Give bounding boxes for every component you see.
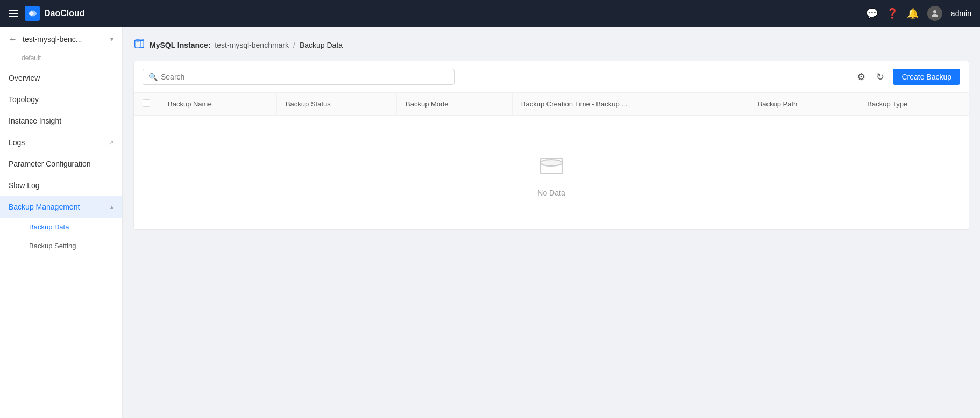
refresh-icon[interactable]: ↻ — [874, 69, 886, 85]
column-header-backup-mode: Backup Mode — [397, 93, 513, 116]
sidebar-item-label: Topology — [9, 95, 39, 104]
svg-point-4 — [541, 160, 562, 166]
chevron-up-icon: ▴ — [110, 203, 113, 211]
chevron-down-icon: ▾ — [110, 35, 113, 43]
search-input[interactable] — [161, 73, 449, 81]
backup-data-card: 🔍 ⚙ ↻ Create Backup Backup Nam — [133, 61, 969, 230]
search-box[interactable]: 🔍 — [143, 69, 455, 85]
sidebar: ← test-mysql-benc... ▾ default Overview … — [0, 27, 123, 418]
sidebar-item-label: Backup Management — [9, 203, 80, 211]
notification-icon[interactable]: 🔔 — [907, 8, 919, 19]
no-data-icon — [534, 148, 569, 182]
mysql-instance-icon — [133, 38, 145, 52]
sidebar-sub-item-backup-setting[interactable]: Backup Setting — [0, 236, 122, 255]
admin-label[interactable]: admin — [951, 9, 971, 18]
sidebar-item-topology[interactable]: Topology — [0, 89, 122, 110]
back-icon[interactable]: ← — [9, 34, 17, 44]
table-header-checkbox — [134, 93, 159, 116]
column-header-backup-status: Backup Status — [276, 93, 396, 116]
top-navigation: DaoCloud 💬 ❓ 🔔 admin — [0, 0, 980, 27]
hamburger-menu-icon[interactable] — [9, 10, 18, 17]
column-header-backup-path: Backup Path — [749, 93, 858, 116]
settings-icon[interactable]: ⚙ — [855, 69, 868, 85]
svg-point-1 — [933, 10, 936, 13]
breadcrumb-separator: / — [293, 41, 295, 49]
sidebar-item-label: Parameter Configuration — [9, 160, 91, 168]
breadcrumb: MySQL Instance: test-mysql-benchmark / B… — [133, 38, 969, 52]
main-layout: ← test-mysql-benc... ▾ default Overview … — [0, 27, 980, 418]
chat-icon[interactable]: 💬 — [866, 8, 878, 19]
instance-name: test-mysql-benc... — [23, 35, 110, 44]
sidebar-item-logs[interactable]: Logs ↗ — [0, 132, 122, 153]
breadcrumb-section: MySQL Instance: — [150, 41, 210, 49]
create-backup-button[interactable]: Create Backup — [893, 69, 960, 85]
sidebar-item-label: Slow Log — [9, 181, 40, 190]
help-icon[interactable]: ❓ — [886, 8, 898, 19]
sub-item-label: Backup Data — [29, 223, 69, 231]
external-link-icon: ↗ — [109, 139, 113, 146]
sidebar-item-overview[interactable]: Overview — [0, 67, 122, 89]
column-header-backup-creation-time: Backup Creation Time - Backup ... — [512, 93, 749, 116]
sidebar-item-parameter-configuration[interactable]: Parameter Configuration — [0, 153, 122, 175]
select-all-checkbox[interactable] — [143, 99, 150, 107]
avatar[interactable] — [927, 6, 942, 21]
sidebar-item-label: Instance Insight — [9, 117, 61, 125]
sidebar-item-label: Overview — [9, 74, 40, 82]
sidebar-sub-item-backup-data[interactable]: Backup Data — [0, 218, 122, 236]
column-header-backup-type: Backup Type — [858, 93, 969, 116]
sub-item-label: Backup Setting — [29, 242, 76, 250]
backup-table: Backup Name Backup Status Backup Mode Ba… — [134, 93, 969, 116]
dash-icon — [17, 227, 25, 227]
breadcrumb-instance-link[interactable]: test-mysql-benchmark — [215, 41, 289, 49]
sidebar-item-label: Logs — [9, 138, 25, 147]
column-header-backup-name: Backup Name — [159, 93, 277, 116]
app-name: DaoCloud — [44, 9, 85, 18]
sidebar-item-backup-management[interactable]: Backup Management ▴ — [0, 196, 122, 218]
search-icon: 🔍 — [148, 73, 158, 81]
toolbar: 🔍 ⚙ ↻ Create Backup — [134, 61, 969, 93]
empty-state: No Data — [134, 116, 969, 229]
sidebar-item-instance-insight[interactable]: Instance Insight — [0, 110, 122, 132]
daocloud-logo-icon — [25, 6, 40, 21]
sidebar-instance-header[interactable]: ← test-mysql-benc... ▾ — [0, 27, 122, 52]
backup-table-wrapper: Backup Name Backup Status Backup Mode Ba… — [134, 93, 969, 229]
sidebar-item-slow-log[interactable]: Slow Log — [0, 175, 122, 196]
dash-icon — [17, 246, 25, 246]
breadcrumb-current-page: Backup Data — [300, 41, 343, 49]
logo: DaoCloud — [25, 6, 85, 21]
empty-text: No Data — [537, 189, 565, 197]
instance-namespace: default — [0, 52, 122, 67]
backup-management-sub-items: Backup Data Backup Setting — [0, 218, 122, 255]
main-content: MySQL Instance: test-mysql-benchmark / B… — [123, 27, 980, 418]
